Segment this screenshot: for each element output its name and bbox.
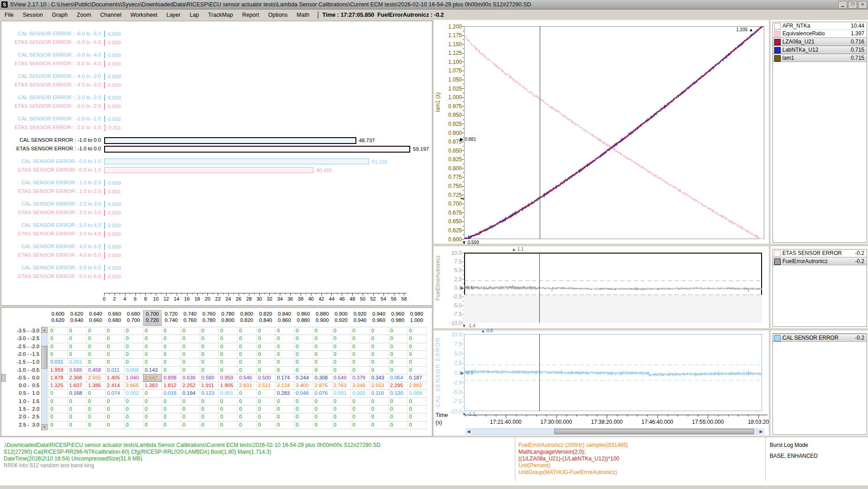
table-cell[interactable]: 2.295 bbox=[390, 383, 403, 388]
table-cell[interactable]: 0 bbox=[352, 328, 355, 333]
table-col-header[interactable]: 0.980 bbox=[388, 317, 408, 323]
table-cell[interactable]: 0 bbox=[371, 336, 374, 341]
table-cell[interactable]: 0 bbox=[107, 344, 110, 349]
table-cell[interactable]: 0 bbox=[145, 336, 148, 341]
table-cell[interactable]: 1.812 bbox=[163, 383, 177, 388]
table-cell[interactable]: 0 bbox=[258, 406, 261, 412]
table-cell[interactable]: 0 bbox=[390, 359, 393, 364]
table-cell[interactable]: 0 bbox=[239, 406, 242, 412]
table-cell[interactable]: 2.555 bbox=[88, 375, 101, 380]
table-cell[interactable]: 0 bbox=[201, 336, 204, 341]
table-cell[interactable]: 0 bbox=[334, 336, 336, 341]
table-cell[interactable]: 0 bbox=[409, 328, 412, 333]
table-row-header[interactable]: 1.0 - 1.5 bbox=[1, 398, 39, 404]
table-cell[interactable]: 0 bbox=[315, 367, 317, 373]
table-cell[interactable]: 0 bbox=[163, 351, 166, 357]
table-cell[interactable]: 0 bbox=[239, 367, 242, 373]
table-cell[interactable]: 0 bbox=[352, 344, 355, 349]
table-cell[interactable]: 1.959 bbox=[50, 367, 63, 373]
table-cell[interactable]: 0 bbox=[352, 414, 355, 419]
bar[interactable] bbox=[104, 125, 106, 130]
table-cell[interactable]: 0 bbox=[296, 414, 298, 419]
table-cell[interactable]: 0 bbox=[50, 414, 53, 419]
table-cell[interactable]: 0 bbox=[126, 406, 129, 412]
table-cell[interactable]: 0 bbox=[239, 351, 242, 357]
table-cell[interactable]: 0 bbox=[69, 328, 72, 333]
table-col-header[interactable]: 0.680 bbox=[124, 311, 143, 316]
time-scrollbar-thumb[interactable] bbox=[554, 429, 754, 434]
table-cell[interactable]: 2.252 bbox=[182, 383, 196, 388]
menu-item-lap[interactable]: Lap bbox=[185, 11, 204, 19]
table-cell[interactable]: 0 bbox=[201, 398, 204, 404]
table-col-header[interactable]: 0.620 bbox=[48, 317, 67, 323]
table-cell[interactable]: 0 bbox=[296, 398, 298, 404]
table-scrollbar-track[interactable] bbox=[41, 327, 48, 430]
table-cell[interactable]: 0.048 bbox=[296, 390, 309, 396]
table-cell[interactable]: 0.174 bbox=[277, 375, 290, 380]
table-cell[interactable]: 0 bbox=[69, 414, 72, 419]
table-col-header[interactable]: 0.720 bbox=[162, 311, 181, 316]
table-cell[interactable]: 0.002 bbox=[126, 390, 139, 396]
table-cell[interactable]: 0.143 bbox=[145, 367, 158, 373]
table-col-header[interactable]: 0.920 bbox=[350, 311, 369, 316]
table-cell[interactable]: 0 bbox=[334, 398, 336, 404]
table-cell[interactable]: 0 bbox=[296, 422, 298, 427]
legend-row[interactable]: ETAS SENSOR ERROR-0.2 bbox=[773, 249, 867, 257]
table-col-header[interactable]: 0.840 bbox=[275, 311, 294, 316]
table-cell[interactable]: 0 bbox=[315, 351, 317, 357]
table-cell[interactable]: 1.607 bbox=[69, 383, 82, 388]
table-cell[interactable]: 0 bbox=[296, 406, 298, 412]
table-cell[interactable]: 0 bbox=[220, 344, 223, 349]
table-cell[interactable]: 0 bbox=[88, 398, 91, 404]
lambda-chart-panel[interactable]: lam1 (λ)1.2001.1751.1501.1251.1001.0751.… bbox=[434, 20, 769, 244]
table-cell[interactable]: 0.015 bbox=[163, 390, 177, 396]
table-cell[interactable]: 0 bbox=[50, 344, 53, 349]
table-cell[interactable]: 0.120 bbox=[390, 390, 403, 396]
table-cell[interactable]: 0 bbox=[126, 422, 129, 427]
table-cell[interactable]: 0 bbox=[145, 351, 148, 357]
legend-row[interactable]: EquivalenceRatio1.397 bbox=[773, 30, 867, 38]
table-row-header[interactable]: 2.5 - 3.0 bbox=[1, 422, 39, 427]
menu-item-file[interactable]: File bbox=[0, 11, 18, 19]
table-cell[interactable]: 0 bbox=[182, 328, 185, 333]
table-cell[interactable]: 0 bbox=[182, 367, 185, 373]
table-col-header[interactable]: 0.700 bbox=[124, 317, 143, 323]
table-cell[interactable]: 0.194 bbox=[182, 390, 196, 396]
table-cell[interactable]: 0 bbox=[258, 414, 261, 419]
table-col-header[interactable]: 0.900 bbox=[332, 311, 351, 316]
table-cell[interactable]: 0 bbox=[50, 390, 53, 396]
table-cell[interactable]: 0 bbox=[352, 367, 355, 373]
table-col-header[interactable]: 0.800 bbox=[218, 317, 237, 323]
table-col-header[interactable]: 0.660 bbox=[86, 317, 105, 323]
table-cell[interactable]: 0 bbox=[107, 351, 110, 357]
table-cell[interactable]: 0 bbox=[352, 398, 355, 404]
table-cell[interactable]: 0 bbox=[315, 398, 317, 404]
table-cell[interactable]: 0 bbox=[239, 390, 242, 396]
table-cell[interactable]: 0 bbox=[69, 422, 72, 427]
table-cell[interactable]: 0 bbox=[277, 398, 279, 404]
table-cell[interactable]: 0 bbox=[239, 414, 242, 419]
table-cell[interactable]: 0 bbox=[50, 406, 53, 412]
table-cell[interactable]: 0 bbox=[182, 398, 185, 404]
table-cell[interactable]: 0.001 bbox=[334, 390, 347, 396]
table-col-header[interactable]: 0.760 bbox=[181, 317, 200, 323]
table-cell[interactable]: 0 bbox=[145, 328, 148, 333]
table-cell[interactable]: 0 bbox=[69, 398, 72, 404]
table-cell[interactable]: 0 bbox=[145, 422, 148, 427]
table-cell[interactable]: 0 bbox=[50, 398, 53, 404]
table-row-header[interactable]: 0.5 - 1.0 bbox=[1, 390, 39, 396]
table-cell[interactable]: 0 bbox=[220, 398, 223, 404]
table-cell[interactable]: 0.076 bbox=[315, 390, 328, 396]
table-cell[interactable]: 0 bbox=[352, 351, 355, 357]
table-cell[interactable]: 0 bbox=[390, 367, 393, 373]
table-cell[interactable]: 0.002 bbox=[352, 390, 365, 396]
histogram-table-panel[interactable]: 0.6000.6200.6200.6400.6400.6600.6600.680… bbox=[1, 307, 432, 436]
table-cell[interactable]: 0 bbox=[145, 398, 148, 404]
table-cell[interactable]: 0 bbox=[390, 422, 393, 427]
table-cell[interactable]: 0 bbox=[277, 344, 279, 349]
table-cell[interactable]: 0 bbox=[239, 344, 242, 349]
table-cell[interactable]: 0 bbox=[239, 328, 242, 333]
table-cell[interactable]: 0 bbox=[371, 328, 374, 333]
table-cell[interactable]: 2.882 bbox=[409, 383, 422, 388]
table-cell[interactable]: 2.665 bbox=[126, 383, 139, 388]
